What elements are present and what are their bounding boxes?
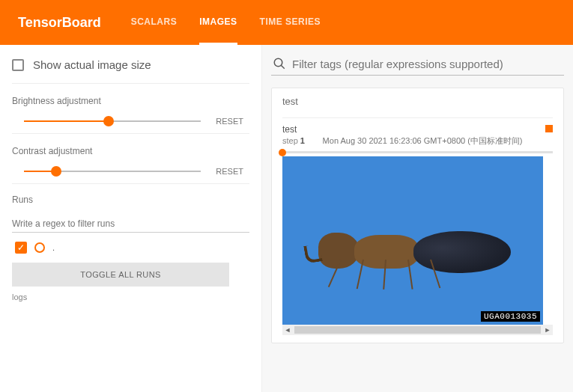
card-title: test — [282, 96, 553, 107]
runs-section: Runs . TOGGLE ALL RUNS logs — [12, 183, 249, 301]
close-icon[interactable] — [545, 125, 553, 132]
tab-scalars[interactable]: SCALARS — [131, 0, 178, 45]
run-radio[interactable] — [34, 242, 45, 253]
tab-bar: SCALARS IMAGES TIME SERIES — [131, 0, 321, 45]
brightness-slider[interactable] — [24, 120, 201, 122]
image-timestamp: Mon Aug 30 2021 16:23:06 GMT+0800 (中国标准时… — [323, 136, 523, 145]
contrast-reset-button[interactable]: RESET — [216, 167, 249, 176]
tag-filter-input[interactable] — [292, 58, 563, 70]
scroll-left-icon[interactable]: ◄ — [282, 326, 293, 334]
runs-filter-input[interactable] — [12, 215, 249, 233]
actual-size-label: Show actual image size — [33, 58, 151, 71]
sidebar: Show actual image size Brightness adjust… — [0, 45, 262, 392]
brightness-title: Brightness adjustment — [12, 96, 249, 106]
logs-label: logs — [12, 293, 249, 301]
run-row: . — [12, 242, 249, 254]
image-block: test step 1 Mon Aug 30 2021 16:23:06 GMT… — [282, 117, 553, 335]
runs-title: Runs — [12, 195, 249, 205]
app-header: TensorBoard SCALARS IMAGES TIME SERIES — [0, 0, 573, 45]
app-logo: TensorBoard — [18, 15, 101, 31]
tab-time-series[interactable]: TIME SERIES — [260, 0, 321, 45]
tag-filter-bar — [271, 52, 564, 76]
step-label: step 1 — [282, 136, 305, 145]
contrast-section: Contrast adjustment RESET — [12, 133, 249, 183]
scroll-right-icon[interactable]: ► — [542, 326, 553, 334]
svg-point-0 — [274, 58, 282, 67]
contrast-slider[interactable] — [24, 171, 201, 172]
image-tag-label: test — [282, 124, 545, 135]
search-icon — [273, 57, 286, 70]
actual-size-checkbox[interactable] — [12, 59, 24, 71]
image-card: test test step 1 Mon Aug 30 2021 16:23:0… — [271, 88, 564, 343]
tab-images[interactable]: IMAGES — [199, 0, 237, 45]
actual-size-row: Show actual image size — [12, 58, 249, 71]
run-label: . — [52, 243, 55, 252]
contrast-title: Contrast adjustment — [12, 146, 249, 156]
run-checkbox[interactable] — [15, 242, 27, 254]
brightness-reset-button[interactable]: RESET — [216, 117, 249, 126]
brightness-section: Brightness adjustment RESET — [12, 83, 249, 133]
step-slider[interactable] — [282, 151, 553, 153]
svg-line-1 — [281, 65, 285, 69]
image-horizontal-scrollbar[interactable]: ◄ ► — [282, 325, 553, 335]
toggle-all-runs-button[interactable]: TOGGLE ALL RUNS — [12, 263, 229, 287]
image-watermark: UGA0013035 — [481, 311, 540, 322]
main-panel: test test step 1 Mon Aug 30 2021 16:23:0… — [262, 45, 573, 392]
image-preview: UGA0013035 — [282, 156, 543, 325]
